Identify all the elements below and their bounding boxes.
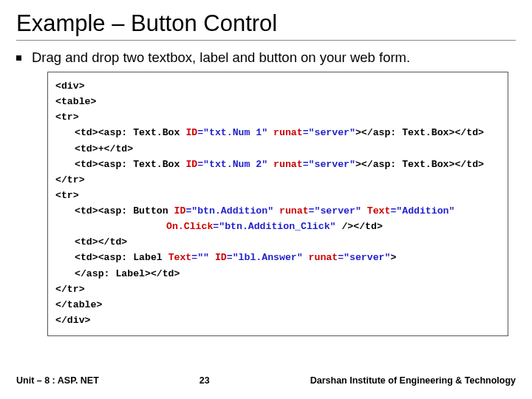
- footer-unit: Unit – 8 : ASP. NET: [16, 375, 99, 386]
- code-line: On.Click="btn.Addition_Click" /></td>: [55, 219, 500, 234]
- code-line: <td>+</td>: [55, 141, 500, 157]
- code-line: <td><asp: Text.Box ID="txt.Num 1" runat=…: [55, 125, 500, 140]
- code-line: </tr>: [55, 282, 500, 297]
- code-seg: <td><asp: Button: [75, 205, 174, 216]
- slide-footer: Unit – 8 : ASP. NET 23 Darshan Institute…: [0, 375, 532, 386]
- code-val: ="server": [338, 252, 390, 263]
- code-val: ="btn.Addition": [185, 205, 273, 216]
- code-seg: >: [390, 252, 396, 263]
- code-line: </asp: Label></td>: [55, 266, 500, 282]
- code-val: ="server": [303, 127, 355, 138]
- code-seg: <td><asp: Text.Box: [75, 127, 185, 138]
- code-line: <div>: [55, 78, 500, 94]
- footer-institute: Darshan Institute of Engineering & Techn…: [310, 375, 516, 386]
- code-val: ="txt.Num 2": [197, 159, 267, 170]
- code-line: <table>: [55, 94, 500, 109]
- code-attr: ID: [185, 159, 197, 170]
- code-attr: runat: [273, 205, 308, 216]
- code-line: <td><asp: Label Text="" ID="lbl.Answer" …: [55, 250, 500, 265]
- code-attr: Text: [361, 205, 391, 216]
- code-val: ="txt.Num 1": [197, 127, 267, 138]
- bullet-text: Drag and drop two textbox, label and but…: [32, 50, 410, 66]
- code-line: <td><asp: Button ID="btn.Addition" runat…: [55, 203, 500, 219]
- code-line: </div>: [55, 313, 500, 328]
- code-seg: ></asp: Text.Box></td>: [355, 159, 484, 170]
- code-val: ="btn.Addition_Click": [213, 221, 335, 232]
- code-attr: runat: [267, 159, 302, 170]
- code-seg: <td><asp: Label: [75, 252, 168, 263]
- code-seg: ></asp: Text.Box></td>: [355, 127, 484, 138]
- bullet-row: Drag and drop two textbox, label and but…: [16, 50, 516, 66]
- code-val: ="server": [303, 159, 355, 170]
- code-attr: On.Click: [166, 221, 213, 232]
- code-val: ="lbl.Answer": [227, 252, 303, 263]
- code-line: <tr>: [55, 188, 500, 203]
- slide: Example – Button Control Drag and drop t…: [0, 0, 532, 336]
- code-attr: runat: [267, 127, 302, 138]
- code-val: ="server": [309, 205, 361, 216]
- code-line: </table>: [55, 297, 500, 313]
- code-line: <td></td>: [55, 234, 500, 250]
- code-line: </tr>: [55, 172, 500, 188]
- footer-page-number: 23: [200, 375, 210, 386]
- code-attr: ID: [174, 205, 186, 216]
- code-val: ="": [191, 252, 209, 263]
- code-attr: Text: [168, 252, 192, 263]
- code-line: <td><asp: Text.Box ID="txt.Num 2" runat=…: [55, 157, 500, 172]
- code-attr: runat: [303, 252, 338, 263]
- code-block: <div> <table> <tr> <td><asp: Text.Box ID…: [47, 72, 508, 336]
- bullet-square-icon: [16, 55, 21, 61]
- code-line: <tr>: [55, 109, 500, 125]
- slide-title: Example – Button Control: [16, 10, 516, 41]
- code-attr: ID: [185, 127, 197, 138]
- code-attr: ID: [209, 252, 227, 263]
- code-seg: /></td>: [336, 221, 383, 232]
- code-val: ="Addition": [390, 205, 454, 216]
- code-seg: <td><asp: Text.Box: [75, 159, 185, 170]
